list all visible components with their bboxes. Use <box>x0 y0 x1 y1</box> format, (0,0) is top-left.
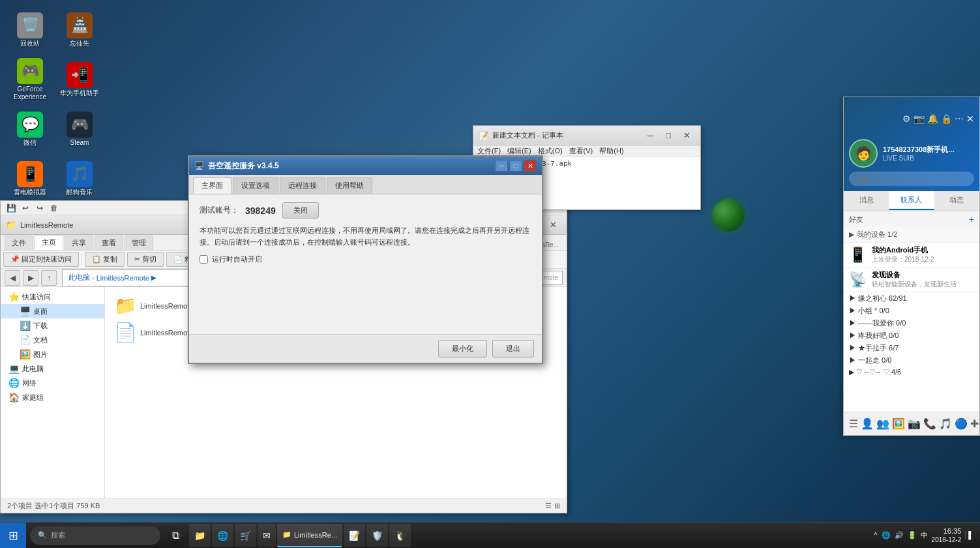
sidebar-pics[interactable]: 🖼️ 图片 <box>1 347 104 361</box>
notepad-menu-format[interactable]: 格式(O) <box>538 146 563 156</box>
qq-bottom-add[interactable]: ✚ <box>969 416 980 431</box>
dialog-tab-help[interactable]: 使用帮助 <box>327 177 372 194</box>
path-limitless[interactable]: LimitlessRemote <box>95 274 151 282</box>
dialog-autostart-checkbox[interactable] <box>200 255 208 264</box>
sidebar-quick-access[interactable]: ⭐ 快速访问 <box>1 290 104 304</box>
sidebar-homegroup[interactable]: 🏠 家庭组 <box>1 390 104 404</box>
qq-friends-add[interactable]: + <box>969 214 974 224</box>
taskbar-mail-pin[interactable]: ✉ <box>258 524 276 547</box>
ribbon-btn-cut[interactable]: ✂ 剪切 <box>127 252 164 267</box>
dialog-maximize-ctrl[interactable]: □ <box>509 160 522 172</box>
grid-view-icon[interactable]: ⊞ <box>554 502 560 510</box>
desktop-icon-music[interactable]: 🎵 酷狗音乐 <box>56 155 103 202</box>
taskbar-clock[interactable]: 16:35 2018-12-2 <box>932 526 962 544</box>
friend-group-2[interactable]: ▶ 小组 * 0/0 <box>844 305 979 317</box>
friend-group-6[interactable]: ▶ 一起走 0/0 <box>844 354 979 367</box>
android-device-item[interactable]: 📱 我的Android手机 上次登录：2018-12-2 <box>844 243 979 267</box>
desktop-icon-geforce[interactable]: 🎮 GeForceExperience <box>7 56 53 103</box>
notepad-menu-edit[interactable]: 编辑(E) <box>507 146 531 156</box>
desktop-icon-recycle[interactable]: 🗑️ 回收站 <box>7 7 53 53</box>
qq-bell-icon[interactable]: 🔔 <box>927 114 938 124</box>
desktop-icon-wangxian[interactable]: 🏯 忘仙先 <box>56 7 103 53</box>
qq-bottom-profile[interactable]: 👤 <box>859 416 875 431</box>
ribbon-btn-copy[interactable]: 📋 复制 <box>85 252 125 267</box>
tray-arrow[interactable]: ^ <box>874 531 877 539</box>
qq-bottom-camera[interactable]: 📷 <box>906 416 922 431</box>
friend-group-5[interactable]: ▶ ★手拉手 6/7 <box>844 342 979 354</box>
dialog-close-ctrl[interactable]: ✕ <box>524 160 537 172</box>
dialog-close-button[interactable]: 关闭 <box>282 202 319 219</box>
qq-avatar[interactable]: 🧑 <box>849 139 878 168</box>
taskbar-active-item[interactable]: 📁 LimitlessRe... <box>277 524 342 547</box>
desktop-icon-emulator[interactable]: 📱 雷电模拟器 <box>7 155 53 202</box>
qq-settings-icon[interactable]: ⚙ <box>902 114 911 124</box>
qq-nav-contacts[interactable]: 联系人 <box>889 191 934 210</box>
notepad-menu-view[interactable]: 查看(V) <box>569 146 593 156</box>
qq-camera-icon[interactable]: 📷 <box>913 114 925 124</box>
taskbar-notepad-item[interactable]: 📝 <box>344 524 365 547</box>
dialog-minimize-ctrl[interactable]: ─ <box>495 160 508 172</box>
ribbon-tab-file[interactable]: 文件 <box>5 236 33 250</box>
taskbar-qq-item[interactable]: 🐧 <box>389 524 411 547</box>
qq-bottom-phone[interactable]: 📞 <box>922 416 938 431</box>
taskbar-edge-pin[interactable]: 🌐 <box>212 524 233 547</box>
path-root[interactable]: 此电脑 <box>67 273 92 282</box>
qq-bottom-photo[interactable]: 🖼️ <box>891 416 906 431</box>
qq-friends-header[interactable]: 好友 + <box>844 211 979 227</box>
qq-bottom-circle[interactable]: 🔵 <box>953 416 969 431</box>
friend-group-3[interactable]: ▶ ——我爱你 0/0 <box>844 317 979 329</box>
friend-group-1[interactable]: ▶ 缘之初心 62/91 <box>844 292 979 305</box>
up-btn[interactable]: ↑ <box>41 270 57 286</box>
ribbon-tab-manage[interactable]: 管理 <box>125 236 153 250</box>
start-button[interactable]: ⊞ <box>0 523 26 549</box>
discover-device-item[interactable]: 📡 发现设备 轻松智能新设备，发现新生活 <box>844 267 979 292</box>
qq-bottom-menu[interactable]: ☰ <box>848 416 859 431</box>
dialog-exit-btn[interactable]: 退出 <box>492 340 534 358</box>
notepad-minimize[interactable]: ─ <box>642 129 659 142</box>
taskbar-explorer-pin[interactable]: 📁 <box>189 524 211 547</box>
task-view-btn[interactable]: ⧉ <box>164 523 186 549</box>
notepad-menu-file[interactable]: 文件(F) <box>477 146 501 156</box>
qq-bottom-group[interactable]: 👥 <box>875 416 891 431</box>
desktop-icon-steam[interactable]: 🎮 Steam <box>56 106 103 153</box>
sidebar-docs[interactable]: 📄 文档 <box>1 333 104 347</box>
my-devices-header[interactable]: ▶ 我的设备 1/2 <box>844 227 979 243</box>
ribbon-tab-home[interactable]: 主页 <box>35 235 63 250</box>
sidebar-computer[interactable]: 💻 此电脑 <box>1 361 104 376</box>
redo-quick-btn[interactable]: ↪ <box>33 202 46 215</box>
ribbon-btn-pinquick[interactable]: 📌 固定到快速访问 <box>3 252 79 267</box>
sidebar-desktop[interactable]: 🖥️ 桌面 <box>1 304 104 318</box>
sidebar-network[interactable]: 🌐 网络 <box>1 376 104 390</box>
qq-lock-icon[interactable]: 🔒 <box>941 114 952 124</box>
dialog-tab-main[interactable]: 主界面 <box>193 177 231 194</box>
ribbon-tab-share[interactable]: 共享 <box>65 236 93 250</box>
qq-bottom-music[interactable]: 🎵 <box>938 416 953 431</box>
qq-search-input[interactable] <box>849 172 974 186</box>
back-btn[interactable]: ◀ <box>5 270 20 286</box>
qq-nav-messages[interactable]: 消息 <box>844 191 889 210</box>
qq-nav-moments[interactable]: 动态 <box>934 191 979 210</box>
explorer-close-btn[interactable]: ✕ <box>544 219 561 232</box>
dialog-tab-settings[interactable]: 设置选项 <box>233 177 278 194</box>
taskbar-search[interactable]: 🔍 搜索 <box>30 526 160 545</box>
desktop-icon-huawei[interactable]: 📲 华为手机助手 <box>56 56 103 103</box>
desktop-icon-wechat[interactable]: 💬 微信 <box>7 106 53 153</box>
friend-group-7[interactable]: ▶ ♡ --♡-- ♡ 4/6 <box>844 367 979 378</box>
friend-group-4[interactable]: ▶ 疼我好吧 0/0 <box>844 329 979 342</box>
delete-quick-btn[interactable]: 🗑 <box>48 202 61 215</box>
show-desktop-btn[interactable]: ▌ <box>965 531 973 539</box>
dialog-minimize-btn[interactable]: 最小化 <box>438 340 487 358</box>
ribbon-tab-view[interactable]: 查看 <box>95 236 123 250</box>
taskbar-store-pin[interactable]: 🛒 <box>235 524 256 547</box>
undo-quick-btn[interactable]: ↩ <box>19 202 32 215</box>
forward-btn[interactable]: ▶ <box>23 270 38 286</box>
save-quick-btn[interactable]: 💾 <box>5 202 18 215</box>
dialog-tab-remote[interactable]: 远程连接 <box>280 177 325 194</box>
qq-close-icon[interactable]: ✕ <box>966 114 974 124</box>
qq-more-icon[interactable]: ⋯ <box>955 114 964 124</box>
notepad-maximize[interactable]: □ <box>660 129 677 142</box>
sidebar-downloads[interactable]: ⬇️ 下载 <box>1 318 104 333</box>
notepad-menu-help[interactable]: 帮助(H) <box>599 146 623 156</box>
list-view-icon[interactable]: ☰ <box>545 502 552 510</box>
taskbar-360-item[interactable]: 🛡️ <box>366 524 388 547</box>
